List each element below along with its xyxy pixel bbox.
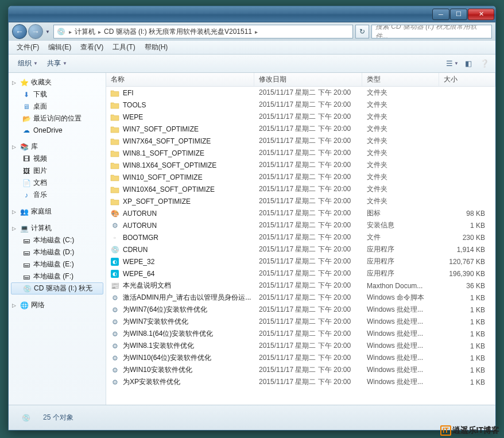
file-size: 1 KB: [439, 222, 495, 230]
file-row[interactable]: WIN7_SOFT_OPTIMIZE2015/11/17 星期二 下午 20:0…: [106, 123, 495, 135]
sidebar-item-drive-d[interactable]: 🖴本地磁盘 (D:): [9, 246, 106, 258]
file-row[interactable]: WIN10X64_SOFT_OPTIMIZE2015/11/17 星期二 下午 …: [106, 183, 495, 195]
file-row[interactable]: EFI2015/11/17 星期二 下午 20:00文件夹: [106, 87, 495, 99]
file-date: 2015/11/17 星期二 下午 20:00: [254, 100, 362, 110]
nav-forward-button[interactable]: →: [28, 24, 43, 39]
preview-pane-button[interactable]: ◧: [462, 58, 475, 69]
file-type: 文件夹: [362, 148, 439, 158]
file-row[interactable]: WEPE2015/11/17 星期二 下午 20:00文件夹: [106, 111, 495, 123]
address-bar[interactable]: 💿 ▸ 计算机 ▸ CD 驱动器 (I:) 秋无痕常用软件装机光盘V201511…: [53, 25, 353, 38]
search-input[interactable]: 搜索 CD 驱动器 (I:) 秋无痕常用软件...: [371, 25, 492, 38]
file-size: 1,914 KB: [439, 246, 495, 254]
file-row[interactable]: WIN8.1_SOFT_OPTIMIZE2015/11/17 星期二 下午 20…: [106, 147, 495, 159]
sidebar-item-drive-c[interactable]: 🖴本地磁盘 (C:): [9, 234, 106, 246]
file-row[interactable]: ⚙为WIN10(64位)安装软件优化2015/11/17 星期二 下午 20:0…: [106, 352, 495, 364]
file-row[interactable]: ⚙为WIN7安装软件优化2015/11/17 星期二 下午 20:00Windo…: [106, 316, 495, 328]
file-name: AUTORUN: [123, 222, 157, 230]
sidebar-computer-header[interactable]: ▷💻计算机: [9, 222, 106, 234]
sidebar-item-recent[interactable]: 📂最近访问的位置: [9, 113, 106, 125]
cd-drive-icon: 💿: [56, 27, 65, 36]
file-row[interactable]: ⚙为WIN7(64位)安装软件优化2015/11/17 星期二 下午 20:00…: [106, 304, 495, 316]
file-row[interactable]: 📰本光盘说明文档2015/11/17 星期二 下午 20:00Maxthon D…: [106, 280, 495, 292]
view-options-button[interactable]: ☰▼: [446, 58, 459, 69]
share-button[interactable]: 共享▼: [42, 56, 72, 71]
file-date: 2015/11/17 星期二 下午 20:00: [254, 112, 362, 122]
sidebar-item-onedrive[interactable]: ☁OneDrive: [9, 125, 106, 136]
sidebar-item-cd-drive[interactable]: 💿CD 驱动器 (I:) 秋无: [11, 282, 103, 294]
refresh-button[interactable]: ↻: [355, 25, 369, 38]
file-row[interactable]: XP_SOFT_OPTIMIZE2015/11/17 星期二 下午 20:00文…: [106, 195, 495, 207]
file-name: 为WIN8.1(64位)安装软件优化: [123, 329, 213, 339]
file-size: 1 KB: [439, 378, 495, 386]
file-icon: ⚙: [110, 330, 120, 339]
nav-back-button[interactable]: ←: [12, 24, 27, 39]
titlebar[interactable]: ─ ☐ ✕: [9, 6, 495, 22]
nav-history-dropdown[interactable]: ▼: [44, 29, 51, 34]
menu-edit[interactable]: 编辑(E): [44, 41, 76, 53]
file-type: 图标: [362, 208, 439, 218]
file-row[interactable]: ◐WEPE_642015/11/17 星期二 下午 20:00应用程序196,3…: [106, 268, 495, 280]
column-header-name[interactable]: 名称: [106, 73, 254, 86]
menu-view[interactable]: 查看(V): [76, 41, 108, 53]
file-icon: 💿: [110, 245, 120, 254]
file-icon: ⚙: [110, 317, 120, 327]
sidebar-item-music[interactable]: ♪音乐: [9, 189, 106, 201]
column-header-size[interactable]: 大小: [439, 73, 495, 86]
file-name: TOOLS: [123, 101, 146, 109]
file-row[interactable]: ⚙AUTORUN2015/11/17 星期二 下午 20:00安装信息1 KB: [106, 219, 495, 231]
file-date: 2015/11/17 星期二 下午 20:00: [254, 172, 362, 182]
network-icon: 🌐: [19, 301, 29, 310]
file-size: 120,767 KB: [439, 258, 495, 266]
file-size: 230 KB: [439, 234, 495, 242]
file-date: 2015/11/17 星期二 下午 20:00: [254, 184, 362, 194]
file-row[interactable]: ◐WEPE_322015/11/17 星期二 下午 20:00应用程序120,7…: [106, 255, 495, 268]
breadcrumb-arrow-icon[interactable]: ▸: [97, 29, 102, 35]
sidebar-item-downloads[interactable]: ⬇下载: [9, 88, 106, 100]
menu-tools[interactable]: 工具(T): [108, 41, 139, 53]
file-row[interactable]: ⚙为WIN10安装软件优化2015/11/17 星期二 下午 20:00Wind…: [106, 364, 495, 376]
file-row[interactable]: WIN8.1X64_SOFT_OPTIMIZE2015/11/17 星期二 下午…: [106, 159, 495, 171]
file-type: 文件夹: [362, 124, 439, 134]
library-icon: 📚: [19, 142, 29, 152]
file-icon: ⚙: [110, 366, 120, 375]
search-placeholder: 搜索 CD 驱动器 (I:) 秋无痕常用软件...: [375, 25, 488, 38]
file-row[interactable]: 💿CDRUN2015/11/17 星期二 下午 20:00应用程序1,914 K…: [106, 243, 495, 255]
sidebar-network-header[interactable]: ▷🌐网络: [9, 299, 106, 311]
menu-file[interactable]: 文件(F): [12, 41, 44, 53]
file-list[interactable]: EFI2015/11/17 星期二 下午 20:00文件夹TOOLS2015/1…: [106, 87, 495, 405]
file-row[interactable]: TOOLS2015/11/17 星期二 下午 20:00文件夹: [106, 99, 495, 111]
file-row[interactable]: 🎨AUTORUN2015/11/17 星期二 下午 20:00图标98 KB: [106, 207, 495, 219]
file-row[interactable]: WIN10_SOFT_OPTIMIZE2015/11/17 星期二 下午 20:…: [106, 171, 495, 183]
breadcrumb-drive[interactable]: CD 驱动器 (I:) 秋无痕常用软件装机光盘V201511: [102, 27, 254, 37]
sidebar-item-pictures[interactable]: 🖼图片: [9, 165, 106, 177]
sidebar-favorites-header[interactable]: ▷⭐收藏夹: [9, 76, 106, 88]
sidebar-item-drive-e[interactable]: 🖴本地磁盘 (E:): [9, 258, 106, 270]
sidebar-item-desktop[interactable]: 🖥桌面: [9, 100, 106, 113]
sidebar-item-documents[interactable]: 📄文档: [9, 177, 106, 189]
minimize-button[interactable]: ─: [432, 9, 449, 20]
breadcrumb-arrow-icon[interactable]: ▸: [254, 29, 259, 35]
menu-help[interactable]: 帮助(H): [140, 41, 173, 53]
picture-icon: 🖼: [21, 166, 32, 176]
organize-button[interactable]: 组织▼: [13, 56, 42, 71]
sidebar-homegroup-header[interactable]: ▷👥家庭组: [9, 206, 106, 218]
help-button[interactable]: ❔: [478, 58, 491, 69]
file-row[interactable]: ▫BOOTMGR2015/11/17 星期二 下午 20:00文件230 KB: [106, 231, 495, 243]
maximize-button[interactable]: ☐: [450, 9, 467, 20]
file-size: 98 KB: [439, 210, 495, 218]
file-row[interactable]: ⚙为WIN8.1安装软件优化2015/11/17 星期二 下午 20:00Win…: [106, 340, 495, 352]
file-row[interactable]: ⚙激活ADMIN用户_请右击以管理员身份运...2015/11/17 星期二 下…: [106, 292, 495, 304]
cloud-icon: ☁: [21, 126, 32, 135]
close-button[interactable]: ✕: [468, 9, 494, 20]
sidebar-item-videos[interactable]: 🎞视频: [9, 153, 106, 165]
file-row[interactable]: ⚙为XP安装软件优化2015/11/17 星期二 下午 20:00Windows…: [106, 376, 495, 388]
column-header-date[interactable]: 修改日期: [254, 73, 362, 86]
column-header-type[interactable]: 类型: [362, 73, 439, 86]
breadcrumb-computer[interactable]: 计算机: [73, 27, 97, 37]
navigation-pane[interactable]: ▷⭐收藏夹 ⬇下载 🖥桌面 📂最近访问的位置 ☁OneDrive ▷📚库 🎞视频…: [9, 73, 106, 405]
file-row[interactable]: WIN7X64_SOFT_OPTIMIZE2015/11/17 星期二 下午 2…: [106, 135, 495, 147]
breadcrumb-arrow-icon[interactable]: ▸: [68, 29, 73, 35]
file-row[interactable]: ⚙为WIN8.1(64位)安装软件优化2015/11/17 星期二 下午 20:…: [106, 328, 495, 340]
sidebar-libraries-header[interactable]: ▷📚库: [9, 141, 106, 153]
sidebar-item-drive-f[interactable]: 🖴本地磁盘 (F:): [9, 270, 106, 282]
